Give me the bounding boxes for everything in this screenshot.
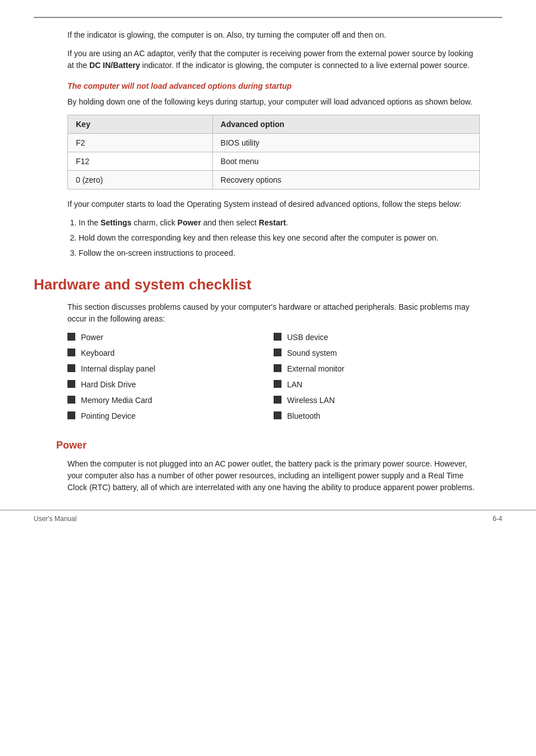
table-cell-val-1: BIOS utility	[212, 134, 479, 152]
checklist-label-wireless-lan: Wireless LAN	[287, 395, 335, 406]
bullet-icon-bluetooth	[274, 411, 281, 419]
bullet-icon-wireless-lan	[274, 396, 281, 404]
paragraph-2: If you are using an AC adaptor, verify t…	[67, 48, 480, 71]
checklist-left-col: Power Keyboard Internal display panel Ha…	[67, 332, 274, 426]
paragraph-1: If the indicator is glowing, the compute…	[67, 29, 480, 41]
bullet-icon-sound	[274, 348, 281, 356]
list-item-keyboard: Keyboard	[67, 347, 274, 359]
table-header-key: Key	[68, 115, 213, 134]
checklist-label-hdd: Hard Disk Drive	[81, 379, 136, 391]
checklist-label-bluetooth: Bluetooth	[287, 410, 320, 422]
step1-bold1: Settings	[101, 218, 131, 227]
bullet-icon-hdd	[67, 380, 75, 388]
table-header-option: Advanced option	[212, 115, 479, 134]
checklist-label-power: Power	[81, 332, 103, 343]
list-item-power: Power	[67, 332, 274, 343]
top-border	[34, 17, 502, 18]
bullet-icon-external-monitor	[274, 364, 281, 372]
step1-bold2: Power	[178, 218, 201, 227]
bullet-icon-lan	[274, 380, 281, 388]
hardware-intro: This section discusses problems caused b…	[67, 301, 480, 325]
p2-text-after: indicator. If the indicator is glowing, …	[140, 61, 470, 70]
table-cell-key-2: F12	[68, 152, 213, 171]
checklist-label-external-monitor: External monitor	[287, 363, 344, 375]
checklist-label-usb: USB device	[287, 332, 328, 343]
steps-list: In the Settings charm, click Power and t…	[79, 217, 480, 259]
power-paragraph: When the computer is not plugged into an…	[67, 458, 480, 494]
step-3: Follow the on-screen instructions to pro…	[79, 247, 480, 259]
table-cell-val-2: Boot menu	[212, 152, 479, 171]
bullet-icon-keyboard	[67, 348, 75, 356]
bullet-icon-display	[67, 364, 75, 372]
checklist-label-pointing-device: Pointing Device	[81, 410, 135, 422]
checklist-label-sound: Sound system	[287, 347, 337, 359]
list-item-memory-media-card: Memory Media Card	[67, 395, 274, 406]
power-subsection-heading: Power	[56, 440, 502, 451]
paragraph-3: By holding down one of the following key…	[67, 96, 480, 108]
table-row: F2 BIOS utility	[68, 134, 480, 152]
advanced-options-table: Key Advanced option F2 BIOS utility F12 …	[67, 115, 480, 189]
checklist-columns: Power Keyboard Internal display panel Ha…	[67, 332, 480, 426]
list-item-hdd: Hard Disk Drive	[67, 379, 274, 391]
p2-bold: DC IN/Battery	[89, 61, 140, 70]
checklist-label-lan: LAN	[287, 379, 302, 391]
bullet-icon-memory-media-card	[67, 396, 75, 404]
bullet-icon-power	[67, 333, 75, 341]
table-cell-key-1: F2	[68, 134, 213, 152]
page-footer: User's Manual 6-4	[0, 510, 536, 523]
step-1: In the Settings charm, click Power and t…	[79, 217, 480, 229]
step-2: Hold down the corresponding key and then…	[79, 232, 480, 244]
paragraph-4: If your computer starts to load the Oper…	[67, 198, 480, 210]
checklist-label-memory-media-card: Memory Media Card	[81, 395, 152, 406]
footer-left: User's Manual	[34, 515, 76, 523]
hardware-section-heading: Hardware and system checklist	[34, 276, 502, 293]
bullet-icon-pointing-device	[67, 411, 75, 419]
step1-bold3: Restart	[259, 218, 286, 227]
list-item-bluetooth: Bluetooth	[274, 410, 480, 422]
list-item-external-monitor: External monitor	[274, 363, 480, 375]
checklist-label-keyboard: Keyboard	[81, 347, 115, 359]
list-item-usb: USB device	[274, 332, 480, 343]
subheading-italic: The computer will not load advanced opti…	[67, 82, 480, 90]
list-item-lan: LAN	[274, 379, 480, 391]
table-row: F12 Boot menu	[68, 152, 480, 171]
list-item-sound: Sound system	[274, 347, 480, 359]
bullet-icon-usb	[274, 333, 281, 341]
checklist-right-col: USB device Sound system External monitor…	[274, 332, 480, 426]
list-item-display: Internal display panel	[67, 363, 274, 375]
table-row: 0 (zero) Recovery options	[68, 171, 480, 189]
table-cell-val-3: Recovery options	[212, 171, 479, 189]
checklist-label-display: Internal display panel	[81, 363, 155, 375]
list-item-wireless-lan: Wireless LAN	[274, 395, 480, 406]
page: If the indicator is glowing, the compute…	[0, 0, 536, 534]
footer-right: 6-4	[493, 515, 502, 523]
table-cell-key-3: 0 (zero)	[68, 171, 213, 189]
list-item-pointing-device: Pointing Device	[67, 410, 274, 422]
